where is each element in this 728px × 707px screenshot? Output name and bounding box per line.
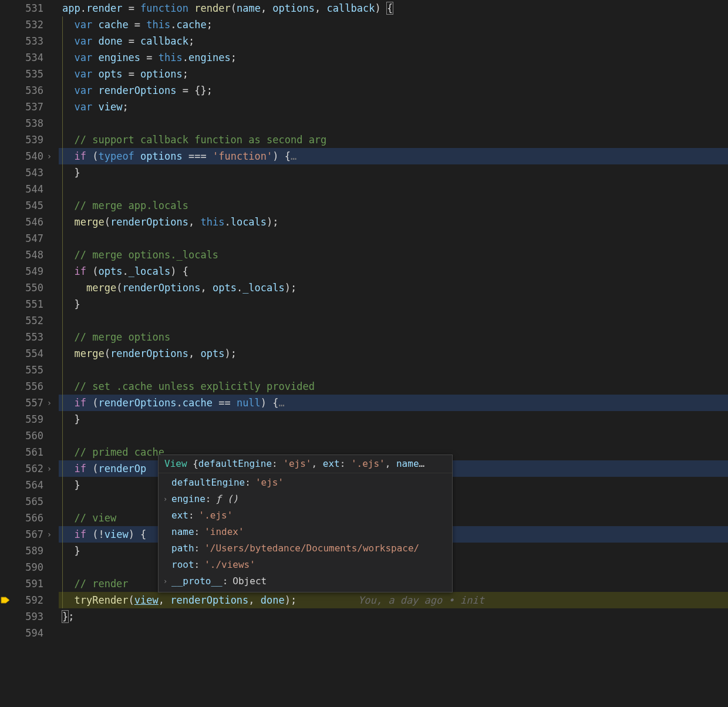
debug-hover-popup[interactable]: View {defaultEngine: 'ejs', ext: '.ejs',… <box>158 455 453 592</box>
gutter-row[interactable]: 546 <box>0 214 54 230</box>
code-line[interactable]: merge(renderOptions, opts); <box>59 345 728 362</box>
fold-collapsed-icon[interactable]: › <box>45 460 54 477</box>
code-line[interactable] <box>59 181 728 197</box>
fold-collapsed-icon[interactable]: › <box>45 395 54 411</box>
gutter-row[interactable]: 550 <box>0 280 54 296</box>
gutter-row[interactable]: 549 <box>0 263 54 280</box>
code-line[interactable]: var view; <box>59 99 728 115</box>
code-line[interactable]: var engines = this.engines; <box>59 49 728 66</box>
debug-hover-property[interactable]: ›__proto__: Object <box>161 573 450 590</box>
gutter-row[interactable]: 553 <box>0 329 54 345</box>
property-key: engine <box>171 491 205 507</box>
code-line[interactable]: app.render = function render(name, optio… <box>59 0 728 16</box>
gutter-row[interactable]: 537 <box>0 99 54 115</box>
gutter-row[interactable]: 555 <box>0 362 54 378</box>
indent-guide <box>62 33 63 49</box>
token-pn: ( <box>105 348 110 359</box>
code-area[interactable]: app.render = function render(name, optio… <box>59 0 728 707</box>
code-line[interactable] <box>59 427 728 444</box>
debug-hover-property[interactable]: ext: '.ejs' <box>161 507 450 524</box>
debug-hover-property[interactable]: defaultEngine: 'ejs' <box>161 474 450 491</box>
token-op: = <box>122 35 140 47</box>
token-op <box>92 101 98 113</box>
gutter-row[interactable]: 545 <box>0 197 54 214</box>
gutter-row[interactable]: 532 <box>0 16 54 33</box>
gutter-row[interactable]: 534 <box>0 49 54 66</box>
gutter-row[interactable]: 540› <box>0 148 54 164</box>
code-line[interactable] <box>59 312 728 329</box>
code-line[interactable]: var cache = this.cache; <box>59 16 728 33</box>
gutter-row[interactable]: 594 <box>0 625 54 641</box>
gutter-row[interactable]: 556 <box>0 378 54 395</box>
gutter-row[interactable]: 559 <box>0 411 54 427</box>
gutter-row[interactable]: 589 <box>0 543 54 559</box>
line-number: 547 <box>25 230 54 247</box>
gutter-row[interactable]: 544 <box>0 181 54 197</box>
gutter-row[interactable]: 535 <box>0 66 54 82</box>
code-line[interactable]: } <box>59 296 728 312</box>
code-line[interactable] <box>59 625 728 641</box>
debug-hover-header: View {defaultEngine: 'ejs', ext: '.ejs',… <box>159 455 452 473</box>
token-pn: ; <box>207 19 213 31</box>
chevron-right-icon[interactable]: › <box>163 573 171 590</box>
code-line[interactable]: var opts = options; <box>59 66 728 82</box>
gutter-row[interactable]: 547 <box>0 230 54 247</box>
gutter-row[interactable]: 566 <box>0 510 54 526</box>
gutter-row[interactable]: 533 <box>0 33 54 49</box>
code-line[interactable] <box>59 230 728 247</box>
line-number: 556 <box>25 378 54 395</box>
code-line[interactable]: tryRender(view, renderOptions, done);You… <box>59 592 728 608</box>
gutter-row[interactable]: 554 <box>0 345 54 362</box>
code-line[interactable]: merge(renderOptions, opts._locals); <box>59 280 728 296</box>
gutter-row[interactable]: 591 <box>0 575 54 592</box>
gutter-row[interactable]: 560 <box>0 427 54 444</box>
gutter-row[interactable]: 536 <box>0 82 54 99</box>
code-line[interactable]: if (renderOptions.cache == null) {… <box>59 395 728 411</box>
token-var: done <box>98 35 122 47</box>
code-line[interactable]: } <box>59 411 728 427</box>
gutter-row[interactable]: 531 <box>0 0 54 16</box>
token-link[interactable]: view <box>134 594 159 606</box>
chevron-right-icon[interactable]: › <box>163 491 171 507</box>
gutter-row[interactable]: 552 <box>0 312 54 329</box>
code-line[interactable]: } <box>59 164 728 181</box>
gutter-row[interactable]: 567› <box>0 526 54 543</box>
gutter-row[interactable]: 561 <box>0 444 54 460</box>
line-number: 591 <box>25 575 54 592</box>
code-line[interactable]: var renderOptions = {}; <box>59 82 728 99</box>
fold-collapsed-icon[interactable]: › <box>45 148 54 164</box>
gutter-row[interactable]: 593 <box>0 608 54 625</box>
debug-hover-property[interactable]: name: 'index' <box>161 524 450 540</box>
code-line[interactable]: // merge options <box>59 329 728 345</box>
token-pn: , <box>188 216 200 228</box>
line-number: 533 <box>25 33 54 49</box>
gutter-row[interactable]: 590 <box>0 559 54 575</box>
gutter-row[interactable]: 557› <box>0 395 54 411</box>
code-line[interactable]: if (opts._locals) { <box>59 263 728 280</box>
code-line[interactable]: // merge app.locals <box>59 197 728 214</box>
code-line[interactable]: // merge options._locals <box>59 247 728 263</box>
gutter-row[interactable]: 551 <box>0 296 54 312</box>
gutter-row[interactable]: 564 <box>0 477 54 493</box>
debug-hover-property[interactable]: root: './views' <box>161 557 450 573</box>
gutter-row[interactable]: 592 <box>0 592 54 608</box>
gutter-row[interactable]: 543 <box>0 164 54 181</box>
code-line[interactable]: merge(renderOptions, this.locals); <box>59 214 728 230</box>
debug-hover-property[interactable]: ›engine: ƒ () <box>161 491 450 507</box>
fold-collapsed-icon[interactable]: › <box>45 526 54 543</box>
token-ctl: if <box>62 265 86 277</box>
code-line[interactable]: // set .cache unless explicitly provided <box>59 378 728 395</box>
debug-hover-property[interactable]: path: '/Users/bytedance/Documents/worksp… <box>161 540 450 557</box>
gutter-row[interactable]: 539 <box>0 132 54 148</box>
gutter-row[interactable]: 565 <box>0 493 54 510</box>
line-number: 534 <box>25 49 54 66</box>
gutter-row[interactable]: 562› <box>0 460 54 477</box>
code-line[interactable]: if (typeof options === 'function') {… <box>59 148 728 164</box>
code-line[interactable]: }; <box>59 608 728 625</box>
code-line[interactable]: var done = callback; <box>59 33 728 49</box>
code-line[interactable] <box>59 115 728 132</box>
gutter-row[interactable]: 538 <box>0 115 54 132</box>
code-line[interactable] <box>59 362 728 378</box>
code-line[interactable]: // support callback function as second a… <box>59 132 728 148</box>
gutter-row[interactable]: 548 <box>0 247 54 263</box>
